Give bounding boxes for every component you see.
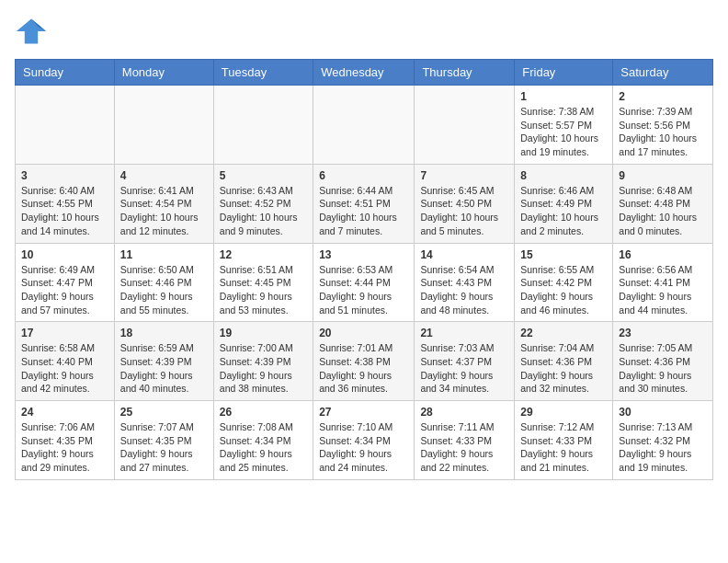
calendar-cell: 6Sunrise: 6:44 AM Sunset: 4:51 PM Daylig… xyxy=(313,164,415,243)
day-number: 15 xyxy=(520,248,607,261)
calendar-cell: 12Sunrise: 6:51 AM Sunset: 4:45 PM Dayli… xyxy=(213,243,313,322)
day-info: Sunrise: 6:48 AM Sunset: 4:48 PM Dayligh… xyxy=(619,184,707,238)
calendar-cell: 1Sunrise: 7:38 AM Sunset: 5:57 PM Daylig… xyxy=(515,86,613,165)
day-info: Sunrise: 6:46 AM Sunset: 4:49 PM Dayligh… xyxy=(520,184,607,238)
day-info: Sunrise: 7:12 AM Sunset: 4:33 PM Dayligh… xyxy=(520,420,607,475)
day-number: 25 xyxy=(120,406,208,419)
calendar-cell: 19Sunrise: 7:00 AM Sunset: 4:39 PM Dayli… xyxy=(213,322,313,401)
day-number: 17 xyxy=(21,327,108,339)
calendar-cell: 17Sunrise: 6:58 AM Sunset: 4:40 PM Dayli… xyxy=(16,322,115,401)
calendar-cell: 14Sunrise: 6:54 AM Sunset: 4:43 PM Dayli… xyxy=(415,243,515,322)
calendar-cell: 23Sunrise: 7:05 AM Sunset: 4:36 PM Dayli… xyxy=(613,322,713,401)
calendar-cell: 25Sunrise: 7:07 AM Sunset: 4:35 PM Dayli… xyxy=(114,401,213,480)
weekday-header-saturday: Saturday xyxy=(613,60,713,86)
day-number: 3 xyxy=(21,169,108,182)
day-number: 16 xyxy=(619,248,707,261)
day-number: 20 xyxy=(319,327,408,339)
calendar-cell: 10Sunrise: 6:49 AM Sunset: 4:47 PM Dayli… xyxy=(16,243,115,322)
day-info: Sunrise: 7:06 AM Sunset: 4:35 PM Dayligh… xyxy=(21,420,108,475)
day-info: Sunrise: 6:51 AM Sunset: 4:45 PM Dayligh… xyxy=(220,263,307,317)
calendar-cell: 8Sunrise: 6:46 AM Sunset: 4:49 PM Daylig… xyxy=(515,164,613,243)
calendar-cell: 27Sunrise: 7:10 AM Sunset: 4:34 PM Dayli… xyxy=(313,401,415,480)
day-number: 24 xyxy=(21,406,108,419)
calendar-cell: 15Sunrise: 6:55 AM Sunset: 4:42 PM Dayli… xyxy=(515,243,613,322)
day-number: 9 xyxy=(619,169,707,182)
calendar-cell: 4Sunrise: 6:41 AM Sunset: 4:54 PM Daylig… xyxy=(114,164,213,243)
day-number: 8 xyxy=(520,169,607,182)
day-number: 26 xyxy=(220,406,307,419)
day-info: Sunrise: 6:50 AM Sunset: 4:46 PM Dayligh… xyxy=(120,263,208,317)
calendar-cell: 20Sunrise: 7:01 AM Sunset: 4:38 PM Dayli… xyxy=(313,322,415,401)
day-number: 13 xyxy=(319,248,408,261)
calendar-week-5: 24Sunrise: 7:06 AM Sunset: 4:35 PM Dayli… xyxy=(16,401,713,480)
day-info: Sunrise: 6:55 AM Sunset: 4:42 PM Dayligh… xyxy=(520,263,607,317)
day-info: Sunrise: 7:04 AM Sunset: 4:36 PM Dayligh… xyxy=(520,341,607,396)
day-info: Sunrise: 6:59 AM Sunset: 4:39 PM Dayligh… xyxy=(120,341,208,396)
day-info: Sunrise: 7:11 AM Sunset: 4:33 PM Dayligh… xyxy=(420,420,508,475)
page-header xyxy=(15,15,713,48)
calendar-cell: 7Sunrise: 6:45 AM Sunset: 4:50 PM Daylig… xyxy=(415,164,515,243)
calendar-cell: 28Sunrise: 7:11 AM Sunset: 4:33 PM Dayli… xyxy=(415,401,515,480)
day-number: 29 xyxy=(520,406,607,419)
calendar-cell: 26Sunrise: 7:08 AM Sunset: 4:34 PM Dayli… xyxy=(213,401,313,480)
day-number: 1 xyxy=(520,90,607,103)
day-number: 30 xyxy=(619,406,707,419)
day-number: 28 xyxy=(420,406,508,419)
calendar-cell: 5Sunrise: 6:43 AM Sunset: 4:52 PM Daylig… xyxy=(213,164,313,243)
day-number: 18 xyxy=(120,327,208,339)
day-info: Sunrise: 6:41 AM Sunset: 4:54 PM Dayligh… xyxy=(120,184,208,238)
calendar-cell: 16Sunrise: 6:56 AM Sunset: 4:41 PM Dayli… xyxy=(613,243,713,322)
day-info: Sunrise: 7:07 AM Sunset: 4:35 PM Dayligh… xyxy=(120,420,208,475)
day-info: Sunrise: 6:58 AM Sunset: 4:40 PM Dayligh… xyxy=(21,341,108,396)
calendar-cell: 2Sunrise: 7:39 AM Sunset: 5:56 PM Daylig… xyxy=(613,86,713,165)
weekday-header-wednesday: Wednesday xyxy=(313,60,415,86)
day-info: Sunrise: 6:53 AM Sunset: 4:44 PM Dayligh… xyxy=(319,263,408,317)
calendar-cell xyxy=(415,86,515,165)
day-info: Sunrise: 7:38 AM Sunset: 5:57 PM Dayligh… xyxy=(520,105,607,159)
day-number: 27 xyxy=(319,406,408,419)
calendar-cell xyxy=(313,86,415,165)
calendar-cell xyxy=(114,86,213,165)
day-number: 2 xyxy=(619,90,707,103)
calendar-table: SundayMondayTuesdayWednesdayThursdayFrid… xyxy=(15,59,713,480)
day-number: 21 xyxy=(420,327,508,339)
calendar-week-2: 3Sunrise: 6:40 AM Sunset: 4:55 PM Daylig… xyxy=(16,164,713,243)
day-info: Sunrise: 6:56 AM Sunset: 4:41 PM Dayligh… xyxy=(619,263,707,317)
calendar-cell: 24Sunrise: 7:06 AM Sunset: 4:35 PM Dayli… xyxy=(16,401,115,480)
day-number: 14 xyxy=(420,248,508,261)
day-number: 7 xyxy=(420,169,508,182)
day-info: Sunrise: 7:00 AM Sunset: 4:39 PM Dayligh… xyxy=(220,341,307,396)
day-info: Sunrise: 6:40 AM Sunset: 4:55 PM Dayligh… xyxy=(21,184,108,238)
calendar-cell xyxy=(16,86,115,165)
calendar-cell: 18Sunrise: 6:59 AM Sunset: 4:39 PM Dayli… xyxy=(114,322,213,401)
day-number: 6 xyxy=(319,169,408,182)
day-number: 22 xyxy=(520,327,607,339)
calendar-week-3: 10Sunrise: 6:49 AM Sunset: 4:47 PM Dayli… xyxy=(16,243,713,322)
calendar-cell: 29Sunrise: 7:12 AM Sunset: 4:33 PM Dayli… xyxy=(515,401,613,480)
day-number: 12 xyxy=(220,248,307,261)
calendar-week-4: 17Sunrise: 6:58 AM Sunset: 4:40 PM Dayli… xyxy=(16,322,713,401)
weekday-header-sunday: Sunday xyxy=(16,60,115,86)
weekday-header-monday: Monday xyxy=(114,60,213,86)
weekday-header-friday: Friday xyxy=(515,60,613,86)
day-info: Sunrise: 7:39 AM Sunset: 5:56 PM Dayligh… xyxy=(619,105,707,159)
day-number: 11 xyxy=(120,248,208,261)
calendar-cell: 30Sunrise: 7:13 AM Sunset: 4:32 PM Dayli… xyxy=(613,401,713,480)
calendar-week-1: 1Sunrise: 7:38 AM Sunset: 5:57 PM Daylig… xyxy=(16,86,713,165)
day-info: Sunrise: 6:45 AM Sunset: 4:50 PM Dayligh… xyxy=(420,184,508,238)
calendar-header-row: SundayMondayTuesdayWednesdayThursdayFrid… xyxy=(16,60,713,86)
day-number: 5 xyxy=(220,169,307,182)
logo xyxy=(15,15,51,48)
calendar-cell: 22Sunrise: 7:04 AM Sunset: 4:36 PM Dayli… xyxy=(515,322,613,401)
calendar-cell xyxy=(213,86,313,165)
weekday-header-tuesday: Tuesday xyxy=(213,60,313,86)
day-info: Sunrise: 7:01 AM Sunset: 4:38 PM Dayligh… xyxy=(319,341,408,396)
day-info: Sunrise: 7:13 AM Sunset: 4:32 PM Dayligh… xyxy=(619,420,707,475)
day-number: 4 xyxy=(120,169,208,182)
day-number: 10 xyxy=(21,248,108,261)
day-info: Sunrise: 6:54 AM Sunset: 4:43 PM Dayligh… xyxy=(420,263,508,317)
day-number: 23 xyxy=(619,327,707,339)
day-number: 19 xyxy=(220,327,307,339)
day-info: Sunrise: 7:03 AM Sunset: 4:37 PM Dayligh… xyxy=(420,341,508,396)
day-info: Sunrise: 7:08 AM Sunset: 4:34 PM Dayligh… xyxy=(220,420,307,475)
